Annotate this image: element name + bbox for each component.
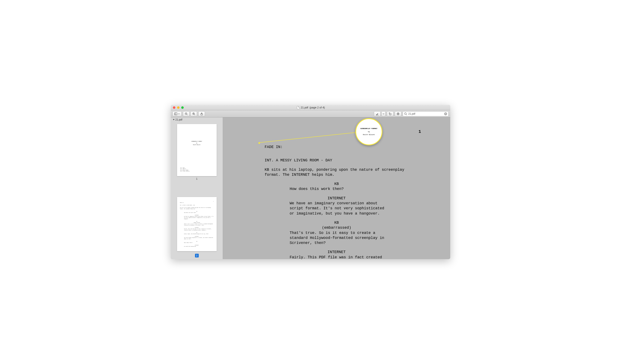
- title-filename: 21.pdf: [301, 106, 308, 109]
- thumb1-pagenum: 1: [177, 177, 217, 180]
- thumb1-content: SCREENPLAY FORMAT by Keith Blount Your n…: [177, 124, 217, 146]
- thumbnail-wrapper-1: SCREENPLAY FORMAT by Keith Blount Your n…: [177, 124, 217, 180]
- rotate-button[interactable]: [387, 111, 394, 116]
- thumb1-title: SCREENPLAY FORMAT: [177, 141, 217, 142]
- thumbnail-page-2[interactable]: 1 FADE IN: INT. A MESSY LIVING ROOM - DA…: [177, 197, 217, 251]
- document-viewer[interactable]: SCREENPLAY FORMAT by Keith Blount 1 FADE…: [223, 117, 450, 259]
- chevron-down-icon: [383, 112, 384, 115]
- svg-line-15: [406, 114, 407, 115]
- sidebar-icon: [174, 112, 177, 115]
- fade-in: FADE IN:: [265, 144, 409, 150]
- character-1: KB: [265, 181, 409, 186]
- dialogue-3: That's true. So is it easy to create a s…: [290, 230, 388, 246]
- toolbar: 21.pdf ✕: [171, 110, 450, 117]
- thumbnail-wrapper-2: 1 FADE IN: INT. A MESSY LIVING ROOM - DA…: [177, 197, 217, 251]
- zoom-out-icon: [185, 112, 188, 115]
- thumb1-by: by: [177, 142, 217, 144]
- titlebar: 21.pdf (page 2 of 4): [171, 105, 450, 110]
- sidebar-doc-name: 21.pdf: [175, 118, 182, 121]
- zoom-group: [183, 111, 197, 116]
- window-title: 21.pdf (page 2 of 4): [184, 106, 438, 109]
- svg-line-6: [194, 114, 195, 115]
- zoom-in-icon: [192, 112, 195, 115]
- markup-group: [374, 111, 386, 116]
- svg-rect-0: [174, 113, 177, 115]
- share-button[interactable]: [198, 111, 205, 116]
- thumb1-author: Keith Blount: [177, 144, 217, 146]
- search-field[interactable]: 21.pdf ✕: [403, 111, 448, 116]
- thumb2-pagenum-badge: 2: [195, 254, 199, 258]
- app-window: 21.pdf (page 2 of 4): [171, 105, 450, 259]
- thumb2-content: 1 FADE IN: INT. A MESSY LIVING ROOM - DA…: [177, 197, 217, 251]
- clear-search-button[interactable]: ✕: [444, 112, 447, 115]
- magnifier-callout: SCREENPLAY FORMAT by Keith Blount: [355, 118, 382, 145]
- thumb1-addr4: Your e-mail address: [180, 171, 190, 172]
- thumbnail-list[interactable]: SCREENPLAY FORMAT by Keith Blount Your n…: [171, 122, 223, 259]
- character-4: INTERNET: [265, 250, 409, 255]
- share-icon: [200, 112, 203, 115]
- content-area: 21.pdf SCREENPLAY FORMAT by Keith Blount…: [171, 117, 450, 259]
- search-value: 21.pdf: [408, 112, 415, 115]
- markup-toolbar-button[interactable]: [395, 111, 401, 116]
- svg-line-3: [187, 114, 188, 115]
- minimize-button[interactable]: [177, 106, 180, 109]
- maximize-button[interactable]: [181, 106, 184, 109]
- rotate-icon: [389, 112, 392, 115]
- sidebar-header[interactable]: 21.pdf: [171, 117, 223, 122]
- zoom-out-button[interactable]: [183, 111, 190, 116]
- sidebar-toggle-button[interactable]: [172, 111, 182, 116]
- action-1: KB sits at his laptop, pondering upon th…: [265, 167, 409, 177]
- traffic-lights: [173, 106, 184, 109]
- magnifier-line1: SCREENPLAY FORMAT: [360, 127, 378, 130]
- highlight-dropdown[interactable]: [381, 111, 386, 116]
- svg-rect-12: [390, 113, 391, 115]
- scene-heading: INT. A MESSY LIVING ROOM - DAY: [265, 158, 409, 163]
- disclosure-triangle-icon: [173, 119, 174, 120]
- zoom-in-button[interactable]: [190, 111, 197, 116]
- close-button[interactable]: [173, 106, 175, 109]
- svg-point-14: [405, 113, 406, 114]
- page-content: 1 FADE IN: INT. A MESSY LIVING ROOM - DA…: [229, 117, 444, 259]
- title-pageinfo: (page 2 of 4): [310, 106, 325, 109]
- parenthetical-3: (embarrassed): [265, 225, 409, 230]
- dialogue-4: Fairly. This PDF file was in fact create…: [290, 255, 388, 259]
- character-2: INTERNET: [265, 196, 409, 201]
- character-3: KB: [265, 220, 409, 225]
- thumbnail-page-1[interactable]: SCREENPLAY FORMAT by Keith Blount Your n…: [177, 124, 217, 176]
- thumbnail-sidebar: 21.pdf SCREENPLAY FORMAT by Keith Blount…: [171, 117, 223, 259]
- magnifier-line2: by: [368, 130, 370, 133]
- sidebar-toggle-group: [172, 111, 182, 116]
- dialogue-1: How does this work then?: [290, 186, 388, 191]
- dialogue-2: We have an imaginary conversation about …: [290, 201, 388, 216]
- page-number: 1: [418, 129, 421, 135]
- document-icon: [297, 106, 299, 109]
- highlight-button[interactable]: [374, 111, 380, 116]
- markup-icon: [397, 112, 399, 115]
- thumb1-address: Your name Your address Your phone number…: [180, 167, 190, 172]
- highlight-icon: [376, 112, 379, 115]
- search-icon: [404, 112, 407, 115]
- magnifier-line3: Keith Blount: [363, 133, 375, 136]
- chevron-down-icon: [178, 112, 180, 115]
